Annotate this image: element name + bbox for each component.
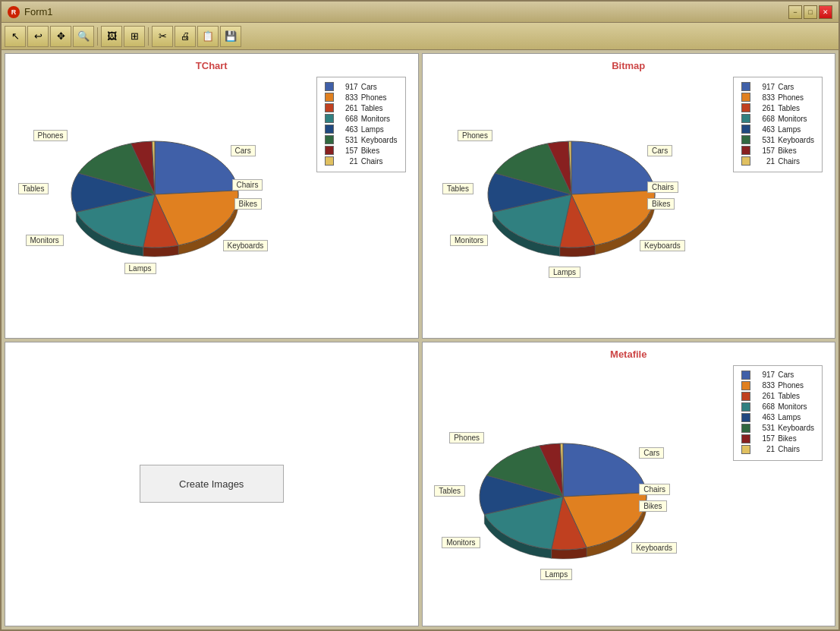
label-lamps-3: Lamps xyxy=(540,569,572,580)
minimize-button[interactable]: − xyxy=(788,5,802,19)
legend-item: 21Chairs xyxy=(325,156,398,166)
label-cars-3: Cars xyxy=(639,447,664,459)
legend-swatch xyxy=(741,146,750,155)
tchart-pie: Cars Phones Tables Monitors Lamps Keyboa… xyxy=(64,122,261,276)
legend-label: Cars xyxy=(778,83,794,91)
label-chairs-1: Chairs xyxy=(232,179,263,191)
toolbar-sep-1 xyxy=(97,27,98,46)
window: R Form1 − □ ✕ ↖ ↩ ✥ 🔍 🖼 ⊞ ✂ 🖨 📋 💾 TChart… xyxy=(0,0,840,631)
legend-swatch xyxy=(741,114,750,123)
legend-value: 21 xyxy=(337,157,358,166)
legend-value: 531 xyxy=(753,136,775,144)
legend-label: Bikes xyxy=(361,147,379,155)
legend-value: 917 xyxy=(753,371,775,379)
legend-item: 833Phones xyxy=(741,381,814,390)
legend-label: Tables xyxy=(778,392,800,400)
zoom-button[interactable]: 🔍 xyxy=(73,26,94,47)
cut-button[interactable]: ✂ xyxy=(152,26,173,47)
label-bikes-3: Bikes xyxy=(639,500,666,512)
legend-swatch xyxy=(325,146,334,155)
window-controls: − □ ✕ xyxy=(788,5,832,19)
legend-swatch xyxy=(741,434,750,443)
legend-value: 833 xyxy=(753,93,775,102)
title-bar: R Form1 − □ ✕ xyxy=(2,2,838,23)
legend-label: Monitors xyxy=(361,115,390,123)
legend-item: 157Bikes xyxy=(741,146,814,155)
legend-value: 668 xyxy=(337,115,358,123)
bitmap-panel: Bitmap 917Cars833Phones261Tables668Monit… xyxy=(422,53,836,339)
legend-item: 21Chairs xyxy=(741,156,814,166)
legend-value: 917 xyxy=(337,83,358,91)
label-phones-3: Phones xyxy=(449,432,484,443)
legend-value: 531 xyxy=(753,424,775,432)
label-cars-2: Cars xyxy=(647,145,672,156)
legend-value: 463 xyxy=(753,125,775,134)
legend-value: 463 xyxy=(753,413,775,421)
legend-swatch xyxy=(741,135,750,144)
legend-swatch xyxy=(741,93,750,102)
label-cars-1: Cars xyxy=(231,145,256,156)
legend-swatch xyxy=(741,156,750,166)
legend-label: Lamps xyxy=(778,413,801,421)
legend-label: Chairs xyxy=(361,157,383,166)
save-button[interactable]: 💾 xyxy=(220,26,241,47)
pan-button[interactable]: ✥ xyxy=(50,26,71,47)
restore-button[interactable]: □ xyxy=(804,5,817,19)
image-button[interactable]: 🖼 xyxy=(101,26,122,47)
legend-label: Lamps xyxy=(778,125,801,134)
legend-label: Monitors xyxy=(778,115,807,123)
legend-label: Chairs xyxy=(778,445,800,453)
copy-button[interactable]: 📋 xyxy=(197,26,219,47)
label-bikes-2: Bikes xyxy=(647,198,675,210)
label-bikes-1: Bikes xyxy=(234,198,262,210)
legend-swatch xyxy=(741,82,750,91)
legend-item: 917Cars xyxy=(325,82,398,91)
legend-value: 917 xyxy=(753,83,775,91)
label-phones-2: Phones xyxy=(458,130,492,141)
legend-value: 21 xyxy=(753,445,775,453)
tchart-panel: TChart 917Cars833Phones261Tables668Monit… xyxy=(5,53,419,339)
legend-item: 668Monitors xyxy=(741,402,814,412)
legend-label: Bikes xyxy=(778,147,796,155)
metafile-panel: Metafile 917Cars833Phones261Tables668Mon… xyxy=(422,342,836,627)
metafile-title: Metafile xyxy=(610,349,647,360)
app-icon: R xyxy=(8,6,20,18)
legend-swatch xyxy=(325,156,334,166)
legend-label: Tables xyxy=(361,104,383,112)
close-button[interactable]: ✕ xyxy=(819,5,832,19)
create-images-panel: Create Images xyxy=(5,342,419,627)
create-images-button[interactable]: Create Images xyxy=(140,465,284,503)
legend-swatch xyxy=(325,93,334,102)
legend-swatch xyxy=(325,103,334,112)
select-tool-button[interactable]: ↖ xyxy=(5,26,26,47)
legend-value: 157 xyxy=(337,147,358,155)
label-keyboards-3: Keyboards xyxy=(631,542,677,554)
undo-button[interactable]: ↩ xyxy=(27,26,49,47)
grid-button[interactable]: ⊞ xyxy=(124,26,145,47)
label-keyboards-2: Keyboards xyxy=(640,240,685,251)
legend-label: Keyboards xyxy=(361,136,398,144)
legend-item: 917Cars xyxy=(741,82,814,91)
legend-item: 917Cars xyxy=(741,371,814,380)
legend-swatch xyxy=(325,82,334,91)
tchart-title: TChart xyxy=(196,60,228,71)
bitmap-pie: Cars Phones Tables Monitors Lamps Keyboa… xyxy=(480,122,678,276)
label-tables-3: Tables xyxy=(434,485,465,497)
legend-label: Cars xyxy=(361,83,377,91)
legend-swatch xyxy=(741,392,750,401)
legend-item: 21Chairs xyxy=(741,445,814,454)
legend-swatch xyxy=(741,402,750,412)
label-chairs-3: Chairs xyxy=(639,484,670,495)
legend-swatch xyxy=(741,413,750,422)
legend-item: 261Tables xyxy=(741,103,814,112)
legend-value: 157 xyxy=(753,147,775,155)
legend-value: 157 xyxy=(753,434,775,443)
legend-label: Tables xyxy=(778,104,800,112)
print-button[interactable]: 🖨 xyxy=(175,26,196,47)
toolbar: ↖ ↩ ✥ 🔍 🖼 ⊞ ✂ 🖨 📋 💾 xyxy=(2,23,838,50)
label-lamps-2: Lamps xyxy=(549,267,580,278)
legend-item: 463Lamps xyxy=(325,125,398,134)
legend-item: 531Keyboards xyxy=(741,135,814,144)
legend-label: Keyboards xyxy=(778,424,814,432)
legend-swatch xyxy=(325,135,334,144)
